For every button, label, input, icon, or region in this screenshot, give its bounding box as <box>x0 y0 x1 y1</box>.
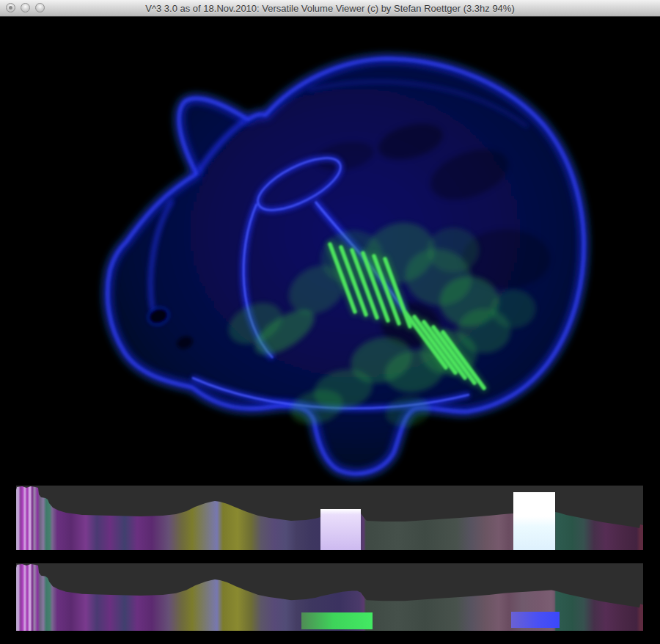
selection-green[interactable] <box>301 612 373 629</box>
window-titlebar[interactable]: V^3 3.0 as of 18.Nov.2010: Versatile Vol… <box>0 0 660 17</box>
app-window: V^3 3.0 as of 18.Nov.2010: Versatile Vol… <box>0 0 660 644</box>
selection-white[interactable] <box>513 492 555 550</box>
window-controls <box>6 3 45 12</box>
window-title: V^3 3.0 as of 18.Nov.2010: Versatile Vol… <box>145 3 515 14</box>
selection-blue[interactable] <box>511 612 560 628</box>
selection-lavender[interactable] <box>320 509 361 550</box>
gl-viewport[interactable] <box>0 17 660 644</box>
tf-opacity-histogram-panel[interactable] <box>16 563 643 631</box>
volume-render-canvas[interactable] <box>0 17 660 644</box>
tf-color-histogram-panel[interactable] <box>16 486 643 550</box>
close-button[interactable] <box>6 3 15 12</box>
zoom-button[interactable] <box>35 3 45 12</box>
minimize-button[interactable] <box>21 3 30 12</box>
